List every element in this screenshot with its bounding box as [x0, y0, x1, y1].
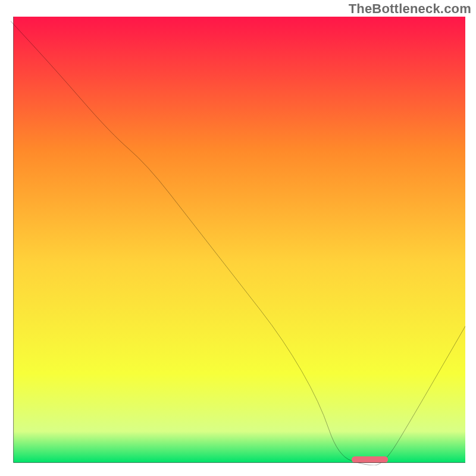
chart-svg [11, 17, 465, 465]
optimal-marker [352, 456, 388, 463]
gradient-field [14, 17, 465, 462]
chart-stage: TheBottleneck.com [0, 0, 476, 476]
plot-area [11, 17, 465, 465]
watermark-text: TheBottleneck.com [349, 1, 471, 17]
